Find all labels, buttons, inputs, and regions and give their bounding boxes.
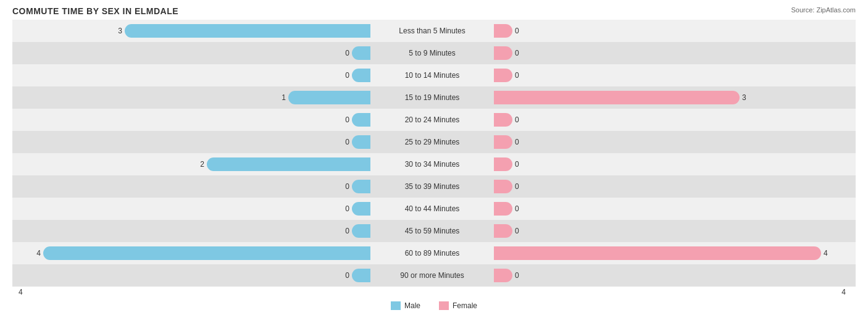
female-bar [494,135,512,149]
footer-male: 4 [12,288,370,296]
table-row: 025 to 29 Minutes0 [12,131,856,153]
male-bar [352,269,370,282]
male-side: 0 [12,42,370,64]
female-bar [494,224,512,238]
male-bar [352,69,370,82]
male-bar [207,157,370,171]
row-label: 30 to 34 Minutes [370,160,494,169]
table-row: 035 to 39 Minutes0 [12,175,856,198]
female-value: 3 [742,93,754,102]
row-label: 90 or more Minutes [370,271,494,280]
female-side: 0 [494,198,852,220]
table-row: 230 to 34 Minutes0 [12,153,856,175]
male-bar [352,135,370,149]
male-value: 0 [337,271,349,280]
female-side: 0 [494,20,852,42]
footer-row: 4 4 [12,287,856,298]
female-side: 0 [494,42,852,64]
female-value: 0 [515,227,527,235]
table-row: 3Less than 5 Minutes0 [12,20,856,42]
male-bar [288,91,370,104]
footer-center [370,288,494,296]
table-row: 020 to 24 Minutes0 [12,109,856,131]
legend: Male Female [12,301,856,310]
female-side: 0 [494,131,852,153]
female-bar [494,46,512,60]
table-row: 460 to 89 Minutes4 [12,242,856,264]
male-bar [352,46,370,60]
female-bar [494,246,821,260]
table-row: 045 to 59 Minutes0 [12,220,856,242]
row-label: 60 to 89 Minutes [370,249,494,258]
female-value: 0 [515,204,527,213]
legend-male: Male [391,301,420,310]
male-value: 2 [192,160,204,169]
female-bar [494,69,512,82]
female-value: 0 [515,115,527,124]
row-label: 45 to 59 Minutes [370,227,494,235]
female-value: 4 [824,249,836,258]
female-side: 0 [494,264,852,287]
female-value: 0 [515,138,527,146]
male-side: 0 [12,175,370,198]
female-value: 0 [515,271,527,280]
female-side: 0 [494,64,852,86]
chart-title: COMMUTE TIME BY SEX IN ELMDALE [12,6,856,16]
footer-female: 4 [494,288,852,296]
female-side: 0 [494,109,852,131]
row-label: Less than 5 Minutes [370,27,494,35]
male-value: 0 [337,227,349,235]
male-bar [43,246,370,260]
male-legend-label: Male [404,301,420,310]
male-bar [352,224,370,238]
male-side: 0 [12,64,370,86]
female-bar [494,157,512,171]
male-legend-box [391,301,401,310]
male-value: 0 [337,71,349,80]
chart-container: COMMUTE TIME BY SEX IN ELMDALE Source: Z… [0,0,868,323]
row-label: 10 to 14 Minutes [370,71,494,80]
female-legend-label: Female [453,301,477,310]
female-side: 0 [494,153,852,175]
male-value: 0 [337,204,349,213]
male-value: 3 [110,27,122,35]
male-side: 0 [12,220,370,242]
source-label: Source: ZipAtlas.com [791,6,856,14]
male-side: 1 [12,86,370,109]
row-label: 35 to 39 Minutes [370,182,494,191]
table-row: 040 to 44 Minutes0 [12,198,856,220]
male-bar [125,24,370,38]
female-value: 0 [515,49,527,57]
female-value: 0 [515,160,527,169]
table-row: 115 to 19 Minutes3 [12,86,856,109]
female-bar [494,91,740,104]
male-value: 0 [337,182,349,191]
male-side: 0 [12,198,370,220]
female-side: 3 [494,86,852,109]
row-label: 20 to 24 Minutes [370,115,494,124]
male-side: 0 [12,109,370,131]
male-side: 2 [12,153,370,175]
row-label: 40 to 44 Minutes [370,204,494,213]
female-bar [494,180,512,193]
male-bar [352,180,370,193]
female-bar [494,202,512,216]
legend-female: Female [439,301,477,310]
rows-area: 3Less than 5 Minutes005 to 9 Minutes0010… [12,20,856,287]
row-label: 15 to 19 Minutes [370,93,494,102]
male-value: 4 [28,249,41,258]
female-side: 0 [494,175,852,198]
table-row: 010 to 14 Minutes0 [12,64,856,86]
male-bar [352,202,370,216]
male-side: 0 [12,264,370,287]
female-bar [494,24,512,38]
female-legend-box [439,301,449,310]
table-row: 090 or more Minutes0 [12,264,856,287]
female-bar [494,269,512,282]
male-side: 0 [12,131,370,153]
male-side: 3 [12,20,370,42]
row-label: 25 to 29 Minutes [370,138,494,146]
female-side: 4 [494,242,852,264]
female-side: 0 [494,220,852,242]
female-value: 0 [515,27,527,35]
